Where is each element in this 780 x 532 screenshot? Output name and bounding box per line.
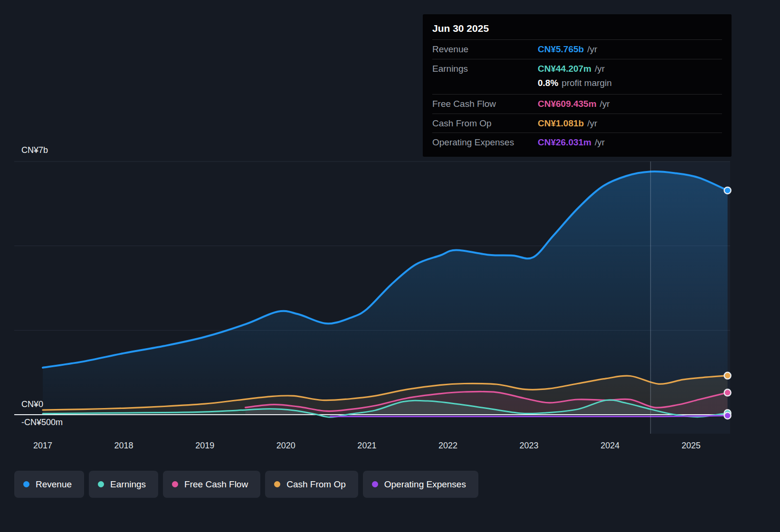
tooltip-row-value: CN¥1.081b	[538, 118, 584, 128]
tooltip-row-suffix: /yr	[595, 137, 605, 147]
x-axis-label-2017: 2017	[33, 441, 52, 451]
legend-dot-icon	[372, 481, 378, 487]
tooltip-row-suffix: /yr	[600, 99, 610, 109]
x-axis: 201720182019202020212022202320242025	[0, 441, 780, 453]
tooltip-row-valwrap: CN¥609.435m/yr	[538, 98, 722, 110]
x-axis-label-2025: 2025	[682, 441, 701, 451]
tooltip-row-label: Operating Expenses	[432, 136, 538, 149]
opex-endpoint-dot	[724, 412, 731, 419]
tooltip-row-value: CN¥5.765b	[538, 44, 584, 54]
legend-dot-icon	[172, 481, 178, 487]
cashop-endpoint-dot	[724, 372, 731, 379]
revenue-endpoint-dot	[724, 187, 731, 194]
y-axis-label-zero: CN¥0	[21, 399, 43, 409]
fcf-endpoint-dot	[724, 390, 731, 396]
tooltip-row-label: Earnings	[432, 63, 538, 75]
profit-margin-label: profit margin	[561, 78, 612, 88]
tooltip-row-suffix: /yr	[587, 44, 597, 54]
legend-dot-icon	[23, 481, 29, 487]
legend-item-earnings[interactable]: Earnings	[89, 471, 158, 498]
legend: Revenue Earnings Free Cash Flow Cash Fro…	[14, 471, 478, 498]
tooltip-date: Jun 30 2025	[432, 17, 722, 39]
legend-item-opex[interactable]: Operating Expenses	[363, 471, 478, 498]
legend-item-fcf[interactable]: Free Cash Flow	[163, 471, 260, 498]
financials-chart-page: Jun 30 2025 Revenue CN¥5.765b/yr Earning…	[0, 0, 780, 532]
tooltip-row-revenue: Revenue CN¥5.765b/yr	[432, 39, 722, 59]
tooltip-row-suffix: /yr	[587, 118, 597, 128]
x-axis-label-2018: 2018	[114, 441, 133, 451]
tooltip-row-label: Cash From Op	[432, 117, 538, 130]
legend-label: Free Cash Flow	[184, 479, 248, 490]
legend-dot-icon	[274, 481, 280, 487]
tooltip-row-earnings: Earnings CN¥44.207m/yr 0.8%profit margin	[432, 59, 722, 94]
tooltip-row-valwrap: CN¥1.081b/yr	[538, 117, 722, 130]
tooltip-row-label: Free Cash Flow	[432, 98, 538, 110]
x-axis-label-2024: 2024	[600, 441, 619, 451]
tooltip-row-valwrap: CN¥44.207m/yr 0.8%profit margin	[538, 63, 722, 91]
legend-label: Cash From Op	[286, 479, 346, 490]
chart-tooltip: Jun 30 2025 Revenue CN¥5.765b/yr Earning…	[423, 14, 732, 157]
profit-margin-value: 0.8%	[538, 78, 558, 88]
y-axis-label-7b: CN¥7b	[21, 145, 48, 155]
tooltip-row-fcf: Free Cash Flow CN¥609.435m/yr	[432, 94, 722, 114]
tooltip-row-value: CN¥609.435m	[538, 99, 597, 109]
x-axis-label-2022: 2022	[438, 441, 457, 451]
legend-label: Revenue	[36, 479, 72, 490]
legend-dot-icon	[98, 481, 104, 487]
y-axis-label-neg500m: -CN¥500m	[21, 418, 63, 428]
x-axis-label-2023: 2023	[520, 441, 539, 451]
x-axis-label-2019: 2019	[195, 441, 214, 451]
tooltip-row-label: Revenue	[432, 43, 538, 56]
legend-label: Operating Expenses	[384, 479, 466, 490]
x-axis-label-2020: 2020	[276, 441, 295, 451]
opex-line	[331, 416, 728, 417]
legend-item-cashop[interactable]: Cash From Op	[265, 471, 358, 498]
tooltip-rows: Revenue CN¥5.765b/yr Earnings CN¥44.207m…	[432, 39, 722, 152]
tooltip-row-valwrap: CN¥5.765b/yr	[538, 43, 722, 56]
tooltip-row-valwrap: CN¥26.031m/yr	[538, 136, 722, 149]
tooltip-row-opex: Operating Expenses CN¥26.031m/yr	[432, 133, 722, 152]
legend-label: Earnings	[110, 479, 146, 490]
x-axis-label-2021: 2021	[357, 441, 376, 451]
tooltip-row-cashop: Cash From Op CN¥1.081b/yr	[432, 114, 722, 133]
tooltip-row-value: CN¥44.207m	[538, 64, 591, 74]
tooltip-row-suffix: /yr	[595, 64, 605, 74]
chart-canvas[interactable]	[0, 142, 780, 446]
profit-margin-row: 0.8%profit margin	[538, 77, 722, 91]
tooltip-row-value: CN¥26.031m	[538, 137, 591, 147]
legend-item-revenue[interactable]: Revenue	[14, 471, 84, 498]
